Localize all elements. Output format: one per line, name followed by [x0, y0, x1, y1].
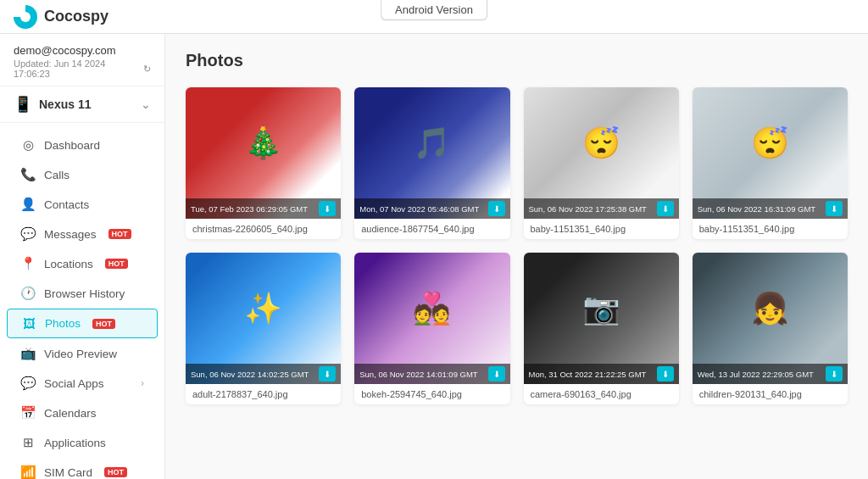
- device-section: 📱 Nexus 11 ⌄: [0, 86, 164, 123]
- nav-icon-locations: 📍: [20, 256, 36, 271]
- photo-figure-camera: 📷: [524, 253, 679, 364]
- download-button-camera[interactable]: ⬇: [657, 366, 674, 382]
- photo-timestamp-camera: Mon, 31 Oct 2022 21:22:25 GMT ⬇: [524, 364, 679, 384]
- download-button-bokeh[interactable]: ⬇: [488, 366, 505, 382]
- photo-figure-audience: 🎵: [354, 87, 509, 198]
- photo-card-camera: 📷 Mon, 31 Oct 2022 21:22:25 GMT ⬇ camera…: [524, 253, 679, 404]
- photo-filename-bokeh: bokeh-2594745_640.jpg: [354, 384, 509, 404]
- device-name: Nexus 11: [39, 97, 91, 111]
- photo-filename-children: children-920131_640.jpg: [693, 384, 848, 404]
- photo-filename-baby2: baby-1151351_640.jpg: [693, 219, 848, 239]
- nav-label-video-preview: Video Preview: [44, 348, 117, 360]
- photo-thumb-camera: 📷 Mon, 31 Oct 2022 21:22:25 GMT ⬇: [524, 253, 679, 384]
- device-info: 📱 Nexus 11: [14, 95, 91, 114]
- photo-filename-christmas: christmas-2260605_640.jpg: [186, 219, 341, 239]
- sidebar-item-calls[interactable]: 📞 Calls: [7, 160, 158, 189]
- logo-text: Cocospy: [44, 8, 108, 25]
- nav-icon-social-apps: 💬: [20, 376, 36, 391]
- content-area: Photos 🎄 Tue, 07 Feb 2023 06:29:05 GMT ⬇…: [165, 34, 868, 479]
- photo-card-baby1: 😴 Sun, 06 Nov 2022 17:25:38 GMT ⬇ baby-1…: [524, 87, 679, 239]
- photo-figure-children: 👧: [693, 253, 848, 364]
- sidebar-item-calendars[interactable]: 📅 Calendars: [7, 398, 158, 427]
- nav-icon-applications: ⊞: [20, 435, 36, 450]
- photo-figure-christmas: 🎄: [186, 87, 341, 198]
- nav-label-calendars: Calendars: [44, 407, 97, 420]
- nav-icon-messages: 💬: [20, 226, 36, 242]
- nav-icon-calendars: 📅: [20, 405, 36, 421]
- topbar: Cocospy Android Version: [0, 0, 868, 34]
- hot-badge: HOT: [92, 319, 115, 329]
- sidebar-nav: ◎ Dashboard 📞 Calls 👤 Contacts 💬 Message…: [0, 123, 164, 479]
- photo-thumb-christmas: 🎄 Tue, 07 Feb 2023 06:29:05 GMT ⬇: [186, 87, 341, 219]
- sidebar-item-video-preview[interactable]: 📺 Video Preview: [7, 339, 158, 368]
- sidebar-item-messages[interactable]: 💬 Messages HOT: [7, 220, 158, 248]
- photo-filename-baby1: baby-1151351_640.jpg: [524, 219, 679, 239]
- download-button-adult[interactable]: ⬇: [319, 366, 336, 382]
- nav-label-messages: Messages: [44, 228, 97, 241]
- nav-label-calls: Calls: [44, 169, 70, 181]
- nav-icon-contacts: 👤: [20, 197, 36, 212]
- device-icon: 📱: [14, 95, 32, 114]
- photo-timestamp-christmas: Tue, 07 Feb 2023 06:29:05 GMT ⬇: [186, 198, 341, 219]
- nav-label-locations: Locations: [44, 258, 93, 270]
- photo-card-baby2: 😴 Sun, 06 Nov 2022 16:31:09 GMT ⬇ baby-1…: [693, 87, 848, 239]
- android-version-tab: Android Version: [381, 0, 487, 20]
- nav-label-sim-card: SIM Card: [44, 466, 92, 479]
- download-button-baby2[interactable]: ⬇: [826, 201, 843, 216]
- nav-icon-photos: 🖼: [21, 316, 36, 331]
- nav-label-social-apps: Social Apps: [44, 377, 104, 390]
- photo-filename-audience: audience-1867754_640.jpg: [354, 219, 509, 239]
- photo-thumb-baby2: 😴 Sun, 06 Nov 2022 16:31:09 GMT ⬇: [693, 87, 848, 219]
- photo-thumb-adult: ✨ Sun, 06 Nov 2022 14:02:25 GMT ⬇: [186, 253, 341, 384]
- photo-thumb-bokeh: 💑 Sun, 06 Nov 2022 14:01:09 GMT ⬇: [354, 253, 509, 384]
- hot-badge: HOT: [104, 467, 127, 477]
- hot-badge: HOT: [108, 229, 131, 239]
- sidebar-item-social-apps[interactable]: 💬 Social Apps ›: [7, 369, 158, 398]
- nav-icon-video-preview: 📺: [20, 346, 36, 361]
- chevron-down-icon[interactable]: ⌄: [141, 97, 151, 111]
- nav-icon-browser-history: 🕐: [20, 286, 36, 301]
- photo-card-children: 👧 Wed, 13 Jul 2022 22:29:05 GMT ⬇ childr…: [693, 253, 848, 404]
- nav-icon-calls: 📞: [20, 167, 36, 182]
- photo-filename-camera: camera-690163_640.jpg: [524, 384, 679, 404]
- logo-icon: [14, 5, 37, 29]
- nav-icon-dashboard: ◎: [20, 137, 36, 153]
- photo-card-adult: ✨ Sun, 06 Nov 2022 14:02:25 GMT ⬇ adult-…: [186, 253, 341, 404]
- download-button-baby1[interactable]: ⬇: [657, 201, 674, 216]
- photo-thumb-children: 👧 Wed, 13 Jul 2022 22:29:05 GMT ⬇: [693, 253, 848, 384]
- download-button-audience[interactable]: ⬇: [488, 201, 505, 216]
- photo-timestamp-bokeh: Sun, 06 Nov 2022 14:01:09 GMT ⬇: [354, 364, 509, 384]
- nav-label-photos: Photos: [45, 317, 81, 330]
- sidebar: demo@cocospy.com Updated: Jun 14 2024 17…: [0, 34, 165, 479]
- photo-timestamp-baby2: Sun, 06 Nov 2022 16:31:09 GMT ⬇: [693, 198, 848, 219]
- download-button-christmas[interactable]: ⬇: [319, 201, 336, 216]
- download-button-children[interactable]: ⬇: [826, 366, 843, 382]
- sidebar-item-sim-card[interactable]: 📶 SIM Card HOT: [7, 458, 158, 479]
- sidebar-item-dashboard[interactable]: ◎ Dashboard: [7, 131, 158, 159]
- sidebar-item-photos[interactable]: 🖼 Photos HOT: [7, 309, 158, 338]
- photo-filename-adult: adult-2178837_640.jpg: [186, 384, 341, 404]
- nav-label-dashboard: Dashboard: [44, 139, 100, 152]
- photo-timestamp-adult: Sun, 06 Nov 2022 14:02:25 GMT ⬇: [186, 364, 341, 384]
- sidebar-item-applications[interactable]: ⊞ Applications: [7, 428, 158, 457]
- photo-card-christmas: 🎄 Tue, 07 Feb 2023 06:29:05 GMT ⬇ christ…: [186, 87, 341, 239]
- refresh-icon[interactable]: ↻: [143, 64, 151, 75]
- photo-figure-bokeh: 💑: [354, 253, 509, 364]
- photo-timestamp-baby1: Sun, 06 Nov 2022 17:25:38 GMT ⬇: [524, 198, 679, 219]
- photo-grid: 🎄 Tue, 07 Feb 2023 06:29:05 GMT ⬇ christ…: [186, 87, 848, 404]
- sidebar-item-locations[interactable]: 📍 Locations HOT: [7, 249, 158, 278]
- nav-label-contacts: Contacts: [44, 198, 89, 211]
- sidebar-item-contacts[interactable]: 👤 Contacts: [7, 190, 158, 219]
- page-title: Photos: [186, 51, 848, 70]
- sidebar-user: demo@cocospy.com Updated: Jun 14 2024 17…: [0, 34, 164, 86]
- sidebar-item-browser-history[interactable]: 🕐 Browser History: [7, 279, 158, 308]
- photo-figure-adult: ✨: [186, 253, 341, 364]
- main-layout: demo@cocospy.com Updated: Jun 14 2024 17…: [0, 34, 868, 479]
- photo-timestamp-audience: Mon, 07 Nov 2022 05:46:08 GMT ⬇: [354, 198, 509, 219]
- nav-label-applications: Applications: [44, 437, 106, 449]
- photo-figure-baby2: 😴: [693, 87, 848, 198]
- photo-card-bokeh: 💑 Sun, 06 Nov 2022 14:01:09 GMT ⬇ bokeh-…: [354, 253, 509, 404]
- nav-arrow-icon: ›: [141, 377, 144, 389]
- photo-thumb-baby1: 😴 Sun, 06 Nov 2022 17:25:38 GMT ⬇: [524, 87, 679, 219]
- nav-icon-sim-card: 📶: [20, 465, 36, 479]
